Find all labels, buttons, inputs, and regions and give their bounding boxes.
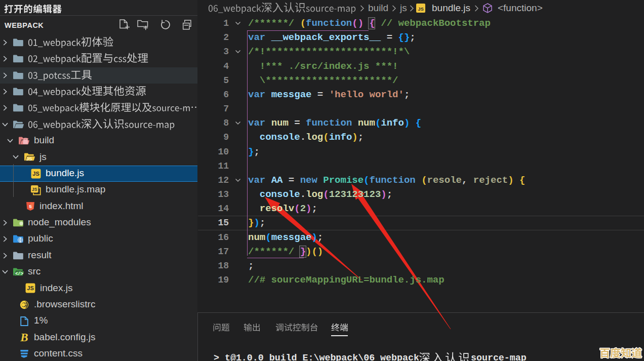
svg-text:</>: </>: [15, 271, 23, 276]
svg-text:JS: JS: [32, 186, 37, 191]
svg-text:JS: JS: [27, 286, 34, 292]
svg-text:JS: JS: [32, 171, 39, 177]
svg-text:JS: JS: [26, 156, 32, 162]
svg-text:JS: JS: [418, 6, 424, 12]
svg-text:B: B: [20, 332, 28, 344]
svg-text:5: 5: [29, 204, 32, 209]
